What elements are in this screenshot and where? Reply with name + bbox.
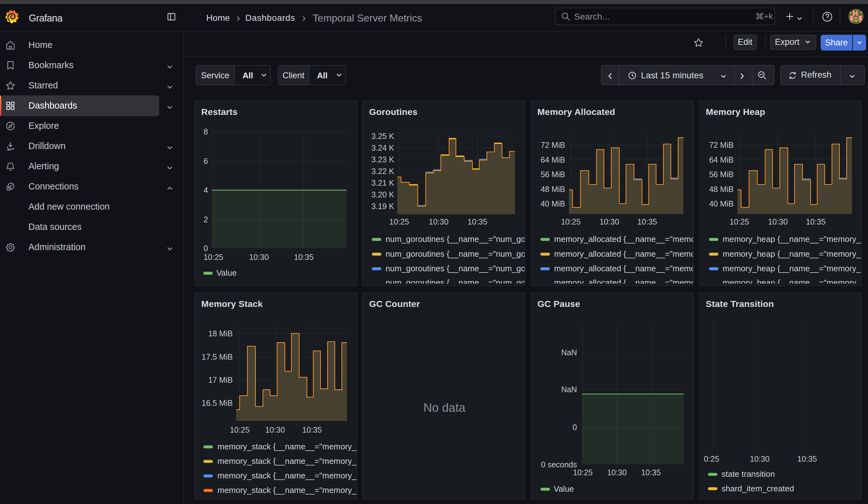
svg-text:2: 2 <box>204 215 208 224</box>
svg-text:10:35: 10:35 <box>637 217 657 226</box>
svg-text:48 MiB: 48 MiB <box>540 184 565 193</box>
svg-text:10:35: 10:35 <box>468 217 488 226</box>
svg-text:8: 8 <box>204 127 208 136</box>
svg-text:Value: Value <box>217 268 237 277</box>
svg-text:10:35: 10:35 <box>302 425 322 434</box>
svg-text:num_goroutines {__name__="num_: num_goroutines {__name__="num_goroutines… <box>386 234 525 244</box>
svg-text:memory_allocated {__name__="me: memory_allocated {__name__="memory_alloc… <box>554 263 693 273</box>
svg-text:6: 6 <box>204 156 208 165</box>
svg-text:72 MiB: 72 MiB <box>709 140 734 149</box>
svg-text:10:25: 10:25 <box>230 425 250 434</box>
svg-text:10:35: 10:35 <box>294 252 314 261</box>
svg-text:40 MiB: 40 MiB <box>540 199 565 208</box>
svg-text:10:35: 10:35 <box>797 454 817 463</box>
svg-text:memory_heap {__name__="memory_: memory_heap {__name__="memory_heap", ins… <box>723 234 862 244</box>
svg-text:memory_allocated {__name__="me: memory_allocated {__name__="memory_alloc… <box>554 234 693 244</box>
svg-text:No data: No data <box>424 401 466 414</box>
svg-text:4: 4 <box>204 185 208 194</box>
svg-text:10:25: 10:25 <box>573 468 593 476</box>
svg-text:18 MiB: 18 MiB <box>208 329 233 338</box>
svg-text:10:35: 10:35 <box>806 217 825 226</box>
svg-text:16.5 MiB: 16.5 MiB <box>202 398 233 407</box>
svg-text:num_goroutines {__name__="num_: num_goroutines {__name__="num_goroutines… <box>386 263 525 273</box>
svg-text:0 seconds: 0 seconds <box>541 460 577 469</box>
svg-text:memory_stack {__name__="memory: memory_stack {__name__="memory_stack", i… <box>218 471 358 480</box>
svg-text:memory_stack {__name__="memory: memory_stack {__name__="memory_stack", i… <box>218 442 358 451</box>
svg-text:56 MiB: 56 MiB <box>540 169 565 178</box>
svg-text:17 MiB: 17 MiB <box>208 375 233 384</box>
svg-text:10:30: 10:30 <box>599 217 619 226</box>
svg-text:0: 0 <box>572 422 577 431</box>
svg-text:10:30: 10:30 <box>266 425 285 434</box>
svg-text:0: 0 <box>204 244 208 252</box>
svg-text:memory_heap {__name__="memory_: memory_heap {__name__="memory_heap", ins… <box>723 263 862 273</box>
svg-text:state transition: state transition <box>721 469 775 479</box>
svg-text:Value: Value <box>554 484 574 493</box>
svg-text:3.25 K: 3.25 K <box>372 131 394 140</box>
svg-text:memory_stack {__name__="memory: memory_stack {__name__="memory_stack", i… <box>218 485 358 495</box>
svg-text:48 MiB: 48 MiB <box>709 184 734 193</box>
svg-text:3.24 K: 3.24 K <box>372 143 394 152</box>
svg-text:10:35: 10:35 <box>641 468 661 476</box>
svg-text:3.20 K: 3.20 K <box>372 190 394 199</box>
svg-text:10:30: 10:30 <box>768 217 787 226</box>
svg-text:64 MiB: 64 MiB <box>540 155 565 164</box>
svg-text:10:30: 10:30 <box>249 252 269 261</box>
svg-text:3.19 K: 3.19 K <box>372 202 394 210</box>
svg-text:3.22 K: 3.22 K <box>372 166 394 175</box>
svg-text:10:30: 10:30 <box>750 454 769 463</box>
svg-text:10:30: 10:30 <box>607 468 627 476</box>
svg-text:10:25: 10:25 <box>390 217 410 226</box>
svg-text:0:25: 0:25 <box>704 454 719 463</box>
svg-text:10:25: 10:25 <box>204 252 224 261</box>
svg-text:3.23 K: 3.23 K <box>372 155 394 164</box>
svg-text:memory_stack {__name__="memory: memory_stack {__name__="memory_stack", i… <box>218 456 358 465</box>
svg-text:NaN: NaN <box>561 348 577 357</box>
svg-text:56 MiB: 56 MiB <box>709 169 734 178</box>
svg-text:64 MiB: 64 MiB <box>709 155 734 164</box>
svg-text:shard_item_created: shard_item_created <box>721 483 794 493</box>
svg-text:72 MiB: 72 MiB <box>540 140 565 149</box>
svg-text:17.5 MiB: 17.5 MiB <box>202 352 233 361</box>
svg-text:memory_heap {__name__="memory_: memory_heap {__name__="memory_heap", ins… <box>723 249 862 258</box>
svg-text:10:25: 10:25 <box>561 217 581 226</box>
svg-text:3.21 K: 3.21 K <box>372 178 394 187</box>
svg-text:10:25: 10:25 <box>729 217 749 226</box>
svg-text:10:30: 10:30 <box>429 217 449 226</box>
svg-text:memory_allocated {__name__="me: memory_allocated {__name__="memory_alloc… <box>554 249 693 258</box>
svg-text:NaN: NaN <box>561 384 577 393</box>
svg-text:num_goroutines {__name__="num_: num_goroutines {__name__="num_goroutines… <box>386 249 525 258</box>
svg-text:40 MiB: 40 MiB <box>709 199 734 208</box>
